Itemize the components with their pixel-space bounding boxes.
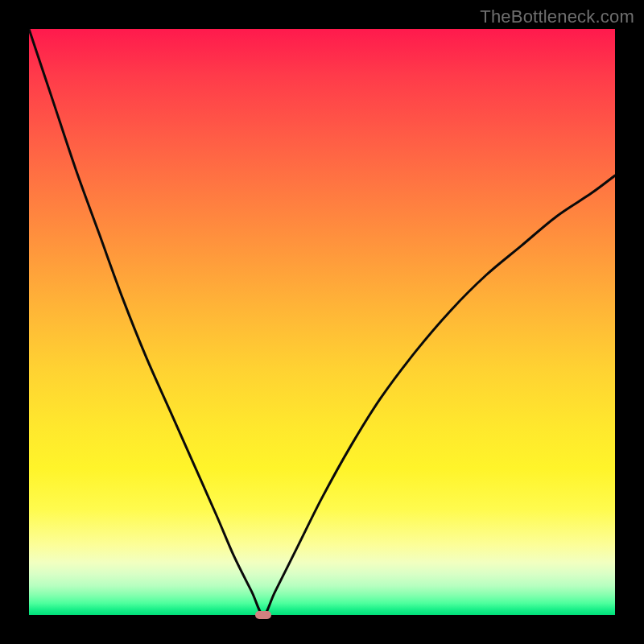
optimal-point-marker [255, 611, 271, 619]
watermark-text: TheBottleneck.com [480, 6, 634, 27]
chart-plot-area [29, 29, 615, 615]
bottleneck-curve [29, 29, 615, 615]
